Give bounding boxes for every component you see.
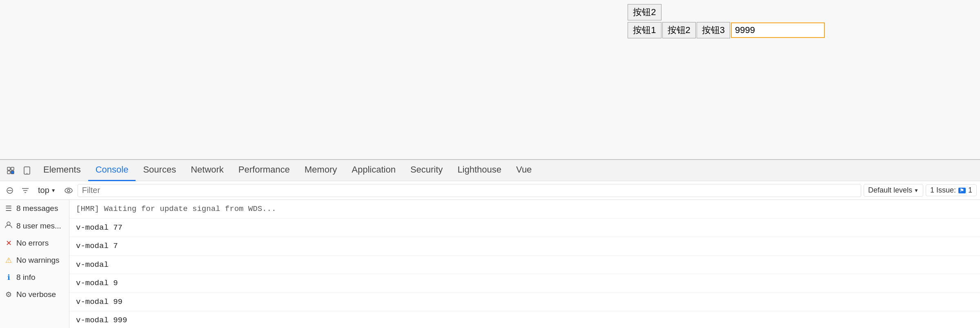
log-entry: [HMR] Waiting for update signal from WDS… [69,200,980,219]
webpage-button-2-top[interactable]: 按钮2 [628,4,661,20]
tab-console[interactable]: Console [88,160,136,181]
svg-point-5 [27,173,27,174]
sidebar-item-user-messages[interactable]: 8 user mes... [0,217,69,235]
svg-rect-0 [7,167,10,170]
webpage-button-1[interactable]: 按钮1 [628,22,661,38]
default-levels-label: Default levels [868,186,912,195]
svg-rect-2 [7,171,10,174]
default-levels-button[interactable]: Default levels ▼ [864,184,923,197]
webpage-area: 按钮2 按钮1 按钮2 按钮3 [0,0,980,159]
sidebar-item-errors[interactable]: ✕ No errors [0,235,69,252]
log-entry: v-modal 999 [69,311,980,328]
console-toolbar: top ▼ Default levels ▼ 1 Issue: ⚑ 1 [0,181,980,200]
issue-flag-icon: ⚑ [958,188,966,193]
button-row-1: 按钮2 [628,4,825,20]
filter-input[interactable] [78,184,861,197]
info-icon: ℹ [4,273,13,282]
log-entry: v-modal [69,256,980,275]
device-toolbar-button[interactable] [20,163,34,178]
tab-lighthouse[interactable]: Lighthouse [450,160,509,181]
sidebar-warnings-label: No warnings [16,256,60,265]
tab-network[interactable]: Network [183,160,231,181]
filter-button[interactable] [19,184,32,197]
issue-badge[interactable]: 1 Issue: ⚑ 1 [926,184,977,196]
console-sidebar: ☰ 8 messages 8 user mes... ✕ No errors ⚠… [0,200,69,328]
sidebar-user-messages-label: 8 user mes... [16,222,61,230]
devtools-panel: Elements Console Sources Network Perform… [0,159,980,328]
chevron-down-icon: ▼ [51,188,56,193]
tab-elements[interactable]: Elements [36,160,88,181]
tab-vue[interactable]: Vue [509,160,539,181]
sidebar-item-warnings[interactable]: ⚠ No warnings [0,252,69,269]
svg-point-13 [7,222,10,225]
clear-console-button[interactable] [3,184,16,197]
button-row-2: 按钮1 按钮2 按钮3 [628,22,825,38]
sidebar-info-label: 8 info [16,273,35,282]
sidebar-item-messages[interactable]: ☰ 8 messages [0,200,69,217]
inspect-element-button[interactable] [3,163,18,178]
tab-performance[interactable]: Performance [231,160,297,181]
tab-security[interactable]: Security [403,160,450,181]
issue-count-label: 1 Issue: [930,186,956,195]
verbose-icon: ⚙ [4,290,13,299]
context-label: top [38,186,49,195]
sidebar-item-verbose[interactable]: ⚙ No verbose [0,286,69,303]
eye-button[interactable] [62,184,75,197]
svg-rect-1 [11,167,14,170]
issue-number: 1 [968,186,972,195]
sidebar-messages-label: 8 messages [16,204,58,213]
error-icon: ✕ [4,239,13,248]
chevron-down-icon-levels: ▼ [914,188,919,193]
svg-point-12 [67,189,70,192]
sidebar-verbose-label: No verbose [16,290,56,299]
log-entry: v-modal 77 [69,219,980,237]
devtools-body: ☰ 8 messages 8 user mes... ✕ No errors ⚠… [0,200,980,328]
sidebar-errors-label: No errors [16,239,49,248]
webpage-button-2[interactable]: 按钮2 [662,22,696,38]
tab-application[interactable]: Application [344,160,403,181]
log-entry: v-modal 99 [69,293,980,312]
log-entry: v-modal 9 [69,274,980,293]
tab-memory[interactable]: Memory [297,160,344,181]
button-group: 按钮2 按钮1 按钮2 按钮3 [628,4,825,38]
warning-icon: ⚠ [4,256,13,265]
svg-point-11 [65,188,72,193]
devtools-tab-bar: Elements Console Sources Network Perform… [0,160,980,181]
webpage-button-3[interactable]: 按钮3 [697,22,730,38]
svg-rect-3 [11,171,14,174]
tab-sources[interactable]: Sources [136,160,183,181]
console-log[interactable]: [HMR] Waiting for update signal from WDS… [69,200,980,328]
context-selector[interactable]: top ▼ [34,184,60,197]
webpage-input[interactable] [731,22,825,38]
log-entry: v-modal 7 [69,237,980,256]
list-icon: ☰ [4,204,13,213]
user-icon [4,221,13,230]
sidebar-item-info[interactable]: ℹ 8 info [0,269,69,286]
